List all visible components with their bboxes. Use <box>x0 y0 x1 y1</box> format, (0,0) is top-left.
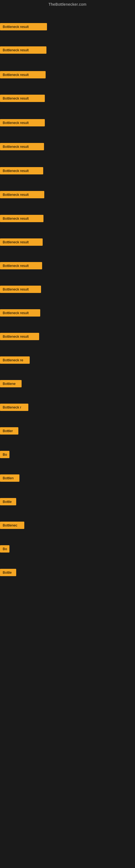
bottleneck-result-row-21: Bottle <box>0 498 16 506</box>
bottleneck-result-row-6: Bottleneck result <box>0 143 44 151</box>
bottleneck-result-badge-5[interactable]: Bottleneck result <box>0 119 45 126</box>
bottleneck-result-badge-14[interactable]: Bottleneck result <box>0 333 39 340</box>
bottleneck-result-badge-9[interactable]: Bottleneck result <box>0 215 43 222</box>
bottleneck-result-badge-3[interactable]: Bottleneck result <box>0 71 46 79</box>
bottleneck-result-row-4: Bottleneck result <box>0 95 45 103</box>
bottleneck-result-row-2: Bottleneck result <box>0 46 46 55</box>
bottleneck-result-badge-24[interactable]: Bottle <box>0 569 16 576</box>
bottleneck-result-row-22: Bottlenec <box>0 522 24 530</box>
bottleneck-result-row-11: Bottleneck result <box>0 262 42 271</box>
bottleneck-result-badge-15[interactable]: Bottleneck re <box>0 356 30 364</box>
bottleneck-result-row-9: Bottleneck result <box>0 215 43 223</box>
bottleneck-result-row-17: Bottleneck r <box>0 404 28 412</box>
bottleneck-result-badge-12[interactable]: Bottleneck result <box>0 286 41 293</box>
bottleneck-result-row-20: Bottlen <box>0 474 19 483</box>
bottleneck-result-badge-20[interactable]: Bottlen <box>0 474 19 482</box>
bottleneck-result-row-7: Bottleneck result <box>0 167 43 176</box>
bottleneck-result-badge-11[interactable]: Bottleneck result <box>0 262 42 269</box>
bottleneck-result-badge-1[interactable]: Bottleneck result <box>0 23 47 30</box>
bottleneck-result-row-5: Bottleneck result <box>0 119 45 127</box>
bottleneck-result-row-23: Bo <box>0 545 9 554</box>
bottleneck-result-row-14: Bottleneck result <box>0 333 39 341</box>
site-title: TheBottlenecker.com <box>0 0 135 8</box>
bottleneck-result-row-10: Bottleneck result <box>0 239 43 247</box>
bottleneck-result-badge-17[interactable]: Bottleneck r <box>0 404 28 411</box>
bottleneck-result-row-1: Bottleneck result <box>0 23 47 31</box>
bottleneck-result-badge-8[interactable]: Bottleneck result <box>0 191 44 198</box>
bottleneck-result-badge-2[interactable]: Bottleneck result <box>0 46 46 54</box>
bottleneck-result-badge-18[interactable]: Bottler <box>0 427 18 435</box>
bottleneck-result-row-16: Bottlene <box>0 380 21 389</box>
bottleneck-result-badge-13[interactable]: Bottleneck result <box>0 309 40 316</box>
bottleneck-result-row-13: Bottleneck result <box>0 309 40 318</box>
bottleneck-result-row-19: Bo <box>0 451 9 459</box>
bottleneck-result-badge-7[interactable]: Bottleneck result <box>0 167 43 175</box>
bottleneck-result-badge-19[interactable]: Bo <box>0 451 9 458</box>
bottleneck-result-row-8: Bottleneck result <box>0 191 44 199</box>
bottleneck-result-badge-6[interactable]: Bottleneck result <box>0 143 44 150</box>
bottleneck-result-badge-10[interactable]: Bottleneck result <box>0 239 43 246</box>
bottleneck-result-row-15: Bottleneck re <box>0 356 30 365</box>
bottleneck-result-badge-21[interactable]: Bottle <box>0 498 16 505</box>
bottleneck-result-badge-16[interactable]: Bottlene <box>0 380 21 388</box>
bottleneck-result-row-12: Bottleneck result <box>0 286 41 294</box>
bottleneck-result-row-24: Bottle <box>0 569 16 577</box>
bottleneck-result-badge-23[interactable]: Bo <box>0 545 9 553</box>
bottleneck-result-row-18: Bottler <box>0 427 18 436</box>
bottleneck-result-badge-22[interactable]: Bottlenec <box>0 522 24 529</box>
bottleneck-result-row-3: Bottleneck result <box>0 71 46 80</box>
bottleneck-result-badge-4[interactable]: Bottleneck result <box>0 95 45 102</box>
